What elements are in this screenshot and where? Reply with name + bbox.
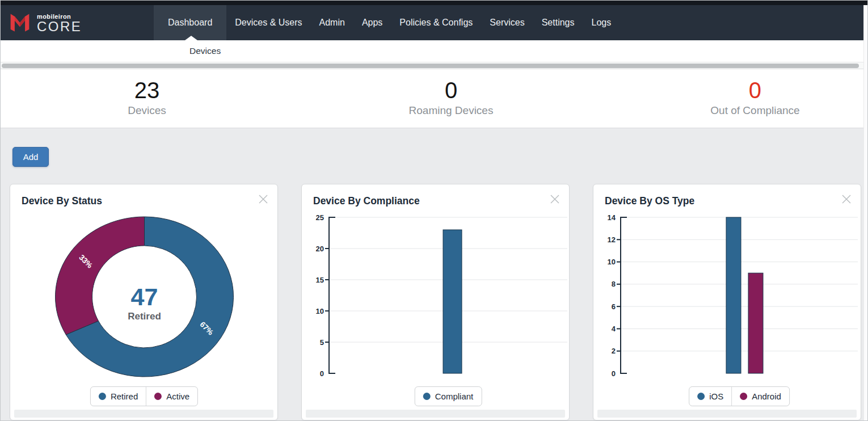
legend-item-android[interactable]: Android <box>731 387 789 406</box>
y-tick-label: 6 <box>612 302 616 311</box>
legend-item-active[interactable]: Active <box>146 387 197 406</box>
close-icon[interactable] <box>839 192 854 207</box>
cards-row: Device By Status 67%33%47Retired Retired… <box>10 184 861 420</box>
mobileiron-m-icon <box>9 12 31 33</box>
y-tick-label: 0 <box>320 369 324 378</box>
bar-ios <box>726 217 741 373</box>
nav-item-devices-users[interactable]: Devices & Users <box>226 5 310 40</box>
legend-label: Retired <box>111 391 138 401</box>
mobileiron-core-window: mobileiron CORE DashboardDevices & Users… <box>0 0 868 421</box>
brand-product-name: CORE <box>37 20 82 33</box>
card-footer <box>597 410 857 418</box>
stat-value: 0 <box>409 78 494 103</box>
nav-item-admin[interactable]: Admin <box>311 5 353 40</box>
card-footer <box>14 410 273 418</box>
legend-item-compliant[interactable]: Compliant <box>415 387 482 406</box>
stats-row: 23Devices0Roaming Devices0Out of Complia… <box>1 69 863 128</box>
legend-item-ios[interactable]: iOS <box>689 387 731 406</box>
nav-item-logs[interactable]: Logs <box>583 5 620 40</box>
nav-item-settings[interactable]: Settings <box>533 5 583 40</box>
device-by-os-type-legend: iOSAndroid <box>689 386 790 406</box>
nav-item-policies-configs[interactable]: Policies & Configs <box>391 5 481 40</box>
stat-label: Out of Compliance <box>710 104 799 117</box>
y-tick-label: 10 <box>316 307 324 315</box>
window-top-strip <box>1 1 867 5</box>
donut-slice-retired <box>66 217 233 377</box>
stat-value: 0 <box>710 78 799 103</box>
legend-label: Active <box>166 391 189 401</box>
dashboard-content: Add Device By Status 67%33%47Retired Ret… <box>1 129 863 420</box>
legend-label: Compliant <box>435 391 474 401</box>
y-tick-label: 4 <box>612 325 616 333</box>
y-tick-label: 8 <box>612 280 616 288</box>
stat-devices: 23Devices <box>128 78 166 117</box>
main-nav: DashboardDevices & UsersAdminAppsPolicie… <box>154 5 620 40</box>
y-tick-label: 25 <box>316 213 324 222</box>
nav-item-dashboard[interactable]: Dashboard <box>154 5 226 40</box>
close-icon[interactable] <box>256 192 271 207</box>
card-device-by-status: Device By Status 67%33%47Retired Retired… <box>10 184 278 420</box>
device-by-status-legend: RetiredActive <box>90 386 198 406</box>
device-by-compliance-bar-chart: 2520151050 <box>302 184 570 420</box>
stat-roaming-devices: 0Roaming Devices <box>409 78 494 117</box>
card-device-by-compliance: Device By Compliance 2520151050 Complian… <box>301 184 570 420</box>
donut-slice-active <box>55 217 144 335</box>
y-tick-label: 10 <box>608 258 616 266</box>
y-tick-label: 15 <box>316 276 324 284</box>
device-by-compliance-legend: Compliant <box>415 386 482 406</box>
vertical-scrollbar-track <box>863 5 867 420</box>
stat-label: Roaming Devices <box>409 104 494 117</box>
legend-dot-icon <box>423 393 431 400</box>
legend-dot-icon <box>740 393 747 400</box>
card-title: Device By Status <box>22 195 102 207</box>
legend-item-retired[interactable]: Retired <box>91 387 146 406</box>
device-by-os-type-bar-chart: 14121086420 <box>593 184 862 420</box>
stat-value: 23 <box>128 78 166 103</box>
nav-item-apps[interactable]: Apps <box>353 5 391 40</box>
card-device-by-os-type: Device By OS Type 14121086420 iOSAndroid <box>593 184 861 420</box>
stat-out-of-compliance: 0Out of Compliance <box>710 78 799 117</box>
close-icon[interactable] <box>547 192 562 207</box>
donut-center-label: Retired <box>128 311 161 322</box>
donut-center-value: 47 <box>131 283 158 310</box>
subnav-item-devices[interactable]: Devices <box>189 46 221 56</box>
y-tick-label: 20 <box>316 245 324 253</box>
subnav-bar: Devices <box>1 40 863 62</box>
horizontal-scrollbar-track <box>1 62 863 69</box>
legend-dot-icon <box>697 393 705 400</box>
donut-percent-label: 67% <box>198 320 215 337</box>
y-tick-label: 5 <box>320 338 324 347</box>
donut-percent-label: 33% <box>77 253 94 270</box>
legend-label: Android <box>752 391 781 401</box>
legend-dot-icon <box>99 393 106 400</box>
y-tick-label: 12 <box>608 235 616 244</box>
bar-compliant <box>443 230 462 373</box>
legend-dot-icon <box>154 393 162 400</box>
active-tab-notch <box>185 36 197 40</box>
main-navbar: mobileiron CORE DashboardDevices & Users… <box>1 5 863 40</box>
card-title: Device By OS Type <box>605 195 694 207</box>
brand-text: mobileiron CORE <box>37 13 82 33</box>
nav-item-services[interactable]: Services <box>481 5 533 40</box>
legend-label: iOS <box>709 391 723 401</box>
card-title: Device By Compliance <box>313 195 420 207</box>
horizontal-scrollbar-thumb[interactable] <box>2 64 859 68</box>
device-by-status-donut-chart: 67%33%47Retired <box>10 184 279 420</box>
add-button[interactable]: Add <box>12 147 49 167</box>
y-tick-label: 14 <box>608 213 616 222</box>
y-tick-label: 0 <box>612 369 616 378</box>
brand-logo: mobileiron CORE <box>1 5 154 40</box>
card-footer <box>306 410 565 418</box>
stat-label: Devices <box>128 104 166 117</box>
y-tick-label: 2 <box>612 347 616 355</box>
bar-android <box>748 273 763 373</box>
